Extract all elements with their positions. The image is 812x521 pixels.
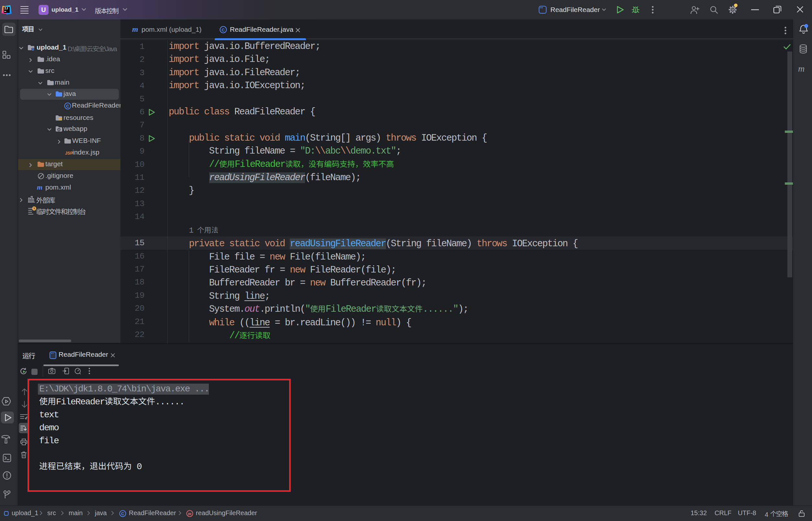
svg-text:C: C (66, 104, 69, 109)
svg-text:m: m (37, 184, 42, 190)
svg-text:C: C (222, 27, 225, 32)
svg-text:JSP: JSP (65, 151, 73, 156)
svg-text:m: m (188, 511, 192, 516)
svg-text:C: C (121, 511, 124, 516)
svg-text:m: m (798, 65, 805, 73)
svg-text:m: m (132, 26, 138, 33)
